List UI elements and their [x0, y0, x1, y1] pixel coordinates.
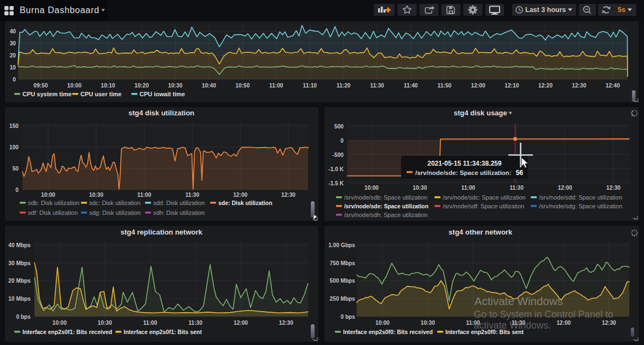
svg-text:12:20: 12:20: [538, 83, 553, 89]
svg-text:/srv/node/sdd: Space utilizati: /srv/node/sdd: Space utilization: [539, 194, 622, 201]
svg-text:12:30: 12:30: [572, 83, 586, 89]
svg-text:12:00: 12:00: [556, 320, 571, 326]
svg-text:/srv/node/sdc: Space utilizati: /srv/node/sdc: Space utilization: [443, 194, 526, 201]
svg-text:12:30: 12:30: [279, 320, 293, 326]
svg-text:30 Mbps: 30 Mbps: [8, 260, 31, 266]
svg-text:10:30: 10:30: [421, 320, 435, 326]
svg-text:CPU user time: CPU user time: [80, 91, 121, 97]
svg-text:12:00: 12:00: [471, 83, 485, 89]
svg-text:40: 40: [10, 28, 16, 34]
svg-text:sdd: Disk utilization: sdd: Disk utilization: [153, 200, 205, 206]
svg-text:10:00: 10:00: [67, 83, 82, 89]
svg-text:40 Mbps: 40 Mbps: [8, 242, 31, 248]
svg-text:11:10: 11:10: [303, 83, 317, 89]
svg-text:5s: 5s: [618, 6, 625, 14]
svg-text:Interface enp2s0f1: Bits recei: Interface enp2s0f1: Bits received: [22, 329, 112, 335]
svg-text:30: 30: [10, 40, 16, 46]
svg-text:0 bps: 0 bps: [16, 314, 31, 320]
svg-text:10:50: 10:50: [235, 83, 250, 89]
svg-text:/srv/node/sde: Space utilizati: /srv/node/sde: Space utilization: [344, 203, 428, 209]
svg-text:-500: -500: [333, 152, 344, 158]
svg-text:10:30: 10:30: [413, 185, 427, 191]
svg-text:50: 50: [13, 166, 19, 172]
svg-text:stg4 other network: stg4 other network: [449, 228, 513, 236]
svg-text:Interface enp2s0f0: Bits recei: Interface enp2s0f0: Bits received: [343, 329, 433, 335]
svg-text:11:40: 11:40: [404, 83, 418, 89]
svg-text:500 Mbps: 500 Mbps: [330, 278, 356, 284]
svg-text:0: 0: [15, 187, 19, 193]
svg-text:stg4 replication network: stg4 replication network: [120, 228, 202, 236]
svg-text:11:20: 11:20: [336, 83, 351, 89]
svg-text:11:00: 11:00: [269, 83, 283, 89]
svg-text:12:40: 12:40: [606, 83, 620, 89]
svg-text:11:00: 11:00: [461, 185, 475, 191]
svg-text:-1.5 K: -1.5 K: [328, 180, 344, 186]
svg-text:750 Mbps: 750 Mbps: [330, 260, 356, 266]
svg-text:Last 3 hours: Last 3 hours: [525, 6, 566, 14]
svg-text:10:10: 10:10: [101, 83, 115, 89]
svg-text:1.00 Gbps: 1.00 Gbps: [328, 242, 355, 248]
svg-text:Go to System in Control Panel: Go to System in Control Panel to: [474, 309, 613, 320]
svg-text:11:00: 11:00: [143, 320, 158, 326]
svg-text:10:00: 10:00: [53, 320, 67, 326]
svg-text:Activate Windows: Activate Windows: [474, 295, 563, 307]
svg-text:20 Mbps: 20 Mbps: [8, 278, 31, 284]
svg-text:stg4 disk utilization: stg4 disk utilization: [129, 109, 195, 117]
svg-text:10:00: 10:00: [41, 192, 55, 198]
svg-text:500: 500: [334, 124, 344, 130]
svg-text:10:20: 10:20: [135, 83, 149, 89]
svg-text:10:30: 10:30: [168, 83, 182, 89]
svg-text:CPU iowait time: CPU iowait time: [140, 91, 185, 97]
svg-text:12:00: 12:00: [558, 185, 572, 191]
svg-text:11:30: 11:30: [370, 83, 385, 89]
svg-text:12:00: 12:00: [233, 192, 247, 198]
svg-text:11:00: 11:00: [137, 192, 152, 198]
svg-text:/srv/node/sdh: Space utilizati: /srv/node/sdh: Space utilization: [344, 212, 427, 218]
svg-text:sdg: Disk utilization: sdg: Disk utilization: [89, 209, 141, 216]
svg-text:10:00: 10:00: [375, 320, 390, 326]
svg-text:11:50: 11:50: [438, 83, 452, 89]
svg-text:2021-05-15 11:34:38.259: 2021-05-15 11:34:38.259: [427, 160, 502, 167]
svg-text:12:30: 12:30: [602, 320, 616, 326]
svg-text:Burna Dashboaard: Burna Dashboaard: [20, 5, 100, 15]
svg-text:10: 10: [10, 65, 16, 71]
svg-text:sdb: Disk utilization: sdb: Disk utilization: [28, 200, 79, 206]
svg-text:sdf: Disk utilization: sdf: Disk utilization: [28, 209, 78, 216]
svg-text:10 Mbps: 10 Mbps: [8, 296, 31, 302]
svg-text:0: 0: [13, 77, 16, 83]
svg-text:CPU system time: CPU system time: [22, 91, 72, 97]
svg-text:/srv/node/sde: Space utilizati: /srv/node/sde: Space utilization:: [415, 169, 512, 176]
svg-text:09:50: 09:50: [33, 83, 48, 89]
svg-text:11:30: 11:30: [185, 192, 200, 198]
svg-text:sdh: Disk utilization: sdh: Disk utilization: [153, 209, 205, 216]
svg-text:activate Windows.: activate Windows.: [474, 320, 551, 331]
svg-text:sdc: Disk utilization: sdc: Disk utilization: [89, 200, 141, 206]
svg-text:Interface enp2s0f1: Bits sent: Interface enp2s0f1: Bits sent: [124, 329, 202, 335]
svg-text:250 Mbps: 250 Mbps: [330, 296, 356, 302]
svg-text:10:00: 10:00: [364, 185, 379, 191]
svg-text:0 bps: 0 bps: [340, 314, 355, 320]
svg-text:10:30: 10:30: [98, 320, 112, 326]
svg-text:/srv/node/sdg: Space utilizati: /srv/node/sdg: Space utilization: [539, 203, 622, 209]
svg-text:sde: Disk utilization: sde: Disk utilization: [218, 200, 272, 206]
svg-text:/srv/node/sdb: Space utilizati: /srv/node/sdb: Space utilization: [344, 194, 427, 201]
svg-text:/srv/node/sdf: Space utilizati: /srv/node/sdf: Space utilization: [443, 203, 524, 209]
svg-text:150: 150: [9, 123, 19, 129]
svg-text:10:30: 10:30: [89, 192, 103, 198]
svg-text:12:10: 12:10: [504, 83, 519, 89]
svg-text:11:30: 11:30: [188, 320, 202, 326]
svg-text:12:00: 12:00: [234, 320, 248, 326]
svg-text:10:40: 10:40: [202, 83, 216, 89]
svg-text:12:30: 12:30: [606, 185, 620, 191]
svg-text:100: 100: [9, 144, 19, 150]
svg-text:11:30: 11:30: [509, 185, 524, 191]
svg-text:20: 20: [10, 52, 16, 59]
svg-text:12:30: 12:30: [281, 192, 295, 198]
svg-text:0: 0: [340, 138, 344, 144]
svg-text:-1.0 K: -1.0 K: [328, 166, 344, 172]
svg-text:stg4 disk usage: stg4 disk usage: [454, 109, 507, 117]
svg-text:56: 56: [516, 169, 524, 177]
